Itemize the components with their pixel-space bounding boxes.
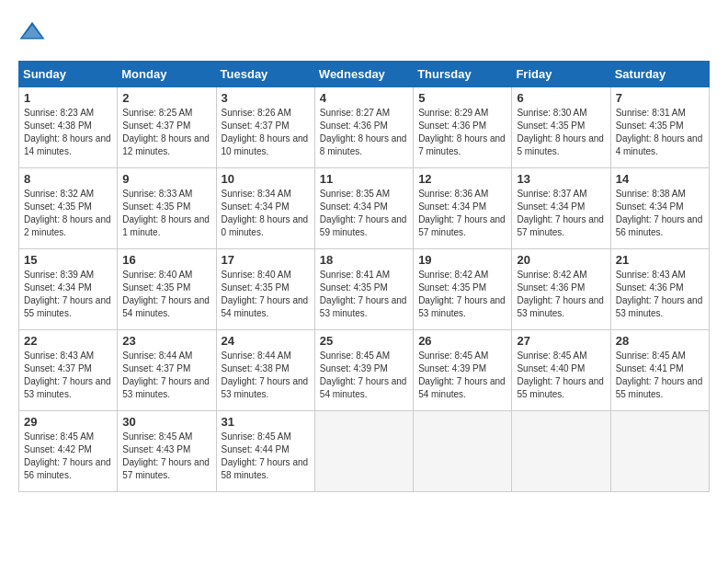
day-info: Sunrise: 8:29 AMSunset: 4:36 PMDaylight:… [418,107,506,158]
day-info: Sunrise: 8:36 AMSunset: 4:34 PMDaylight:… [418,188,506,239]
day-number: 10 [222,172,310,186]
day-info: Sunrise: 8:45 AMSunset: 4:39 PMDaylight:… [418,350,506,401]
day-number: 21 [616,253,704,267]
calendar-cell: 26Sunrise: 8:45 AMSunset: 4:39 PMDayligh… [414,330,512,411]
day-number: 19 [418,253,506,267]
day-number: 9 [122,172,210,186]
day-info: Sunrise: 8:34 AMSunset: 4:34 PMDaylight:… [222,188,310,239]
calendar-cell: 21Sunrise: 8:43 AMSunset: 4:36 PMDayligh… [610,249,709,330]
day-number: 31 [222,415,310,429]
col-header-sunday: Sunday [19,62,118,87]
day-info: Sunrise: 8:31 AMSunset: 4:35 PMDaylight:… [616,107,704,158]
logo-icon [18,18,46,46]
day-info: Sunrise: 8:43 AMSunset: 4:37 PMDaylight:… [24,350,112,401]
calendar-cell: 15Sunrise: 8:39 AMSunset: 4:34 PMDayligh… [19,249,118,330]
calendar-table: SundayMondayTuesdayWednesdayThursdayFrid… [18,61,710,492]
calendar-cell: 28Sunrise: 8:45 AMSunset: 4:41 PMDayligh… [610,330,709,411]
calendar-header-row: SundayMondayTuesdayWednesdayThursdayFrid… [19,62,710,87]
calendar-cell: 8Sunrise: 8:32 AMSunset: 4:35 PMDaylight… [19,168,118,249]
calendar-cell: 19Sunrise: 8:42 AMSunset: 4:35 PMDayligh… [414,249,512,330]
day-info: Sunrise: 8:35 AMSunset: 4:34 PMDaylight:… [320,188,408,239]
day-number: 8 [24,172,112,186]
col-header-friday: Friday [512,62,610,87]
day-number: 30 [122,415,210,429]
calendar-cell [610,411,709,492]
day-info: Sunrise: 8:45 AMSunset: 4:43 PMDaylight:… [122,431,210,482]
calendar-cell: 22Sunrise: 8:43 AMSunset: 4:37 PMDayligh… [19,330,118,411]
calendar-cell: 16Sunrise: 8:40 AMSunset: 4:35 PMDayligh… [118,249,216,330]
day-number: 24 [222,334,310,348]
day-number: 17 [222,253,310,267]
day-info: Sunrise: 8:45 AMSunset: 4:40 PMDaylight:… [517,350,605,401]
day-info: Sunrise: 8:45 AMSunset: 4:39 PMDaylight:… [320,350,408,401]
day-info: Sunrise: 8:42 AMSunset: 4:36 PMDaylight:… [517,269,605,320]
calendar-cell: 2Sunrise: 8:25 AMSunset: 4:37 PMDaylight… [118,87,216,168]
day-number: 22 [24,334,112,348]
day-info: Sunrise: 8:40 AMSunset: 4:35 PMDaylight:… [222,269,310,320]
day-info: Sunrise: 8:45 AMSunset: 4:42 PMDaylight:… [24,431,112,482]
calendar-cell: 30Sunrise: 8:45 AMSunset: 4:43 PMDayligh… [118,411,216,492]
day-info: Sunrise: 8:45 AMSunset: 4:44 PMDaylight:… [222,431,310,482]
calendar-cell: 5Sunrise: 8:29 AMSunset: 4:36 PMDaylight… [414,87,512,168]
logo [18,18,50,46]
calendar-cell: 17Sunrise: 8:40 AMSunset: 4:35 PMDayligh… [216,249,314,330]
calendar-cell: 12Sunrise: 8:36 AMSunset: 4:34 PMDayligh… [414,168,512,249]
calendar-cell: 25Sunrise: 8:45 AMSunset: 4:39 PMDayligh… [314,330,413,411]
day-number: 27 [517,334,605,348]
day-number: 29 [24,415,112,429]
calendar-cell [314,411,413,492]
day-info: Sunrise: 8:25 AMSunset: 4:37 PMDaylight:… [122,107,210,158]
day-info: Sunrise: 8:39 AMSunset: 4:34 PMDaylight:… [24,269,112,320]
calendar-cell: 18Sunrise: 8:41 AMSunset: 4:35 PMDayligh… [314,249,413,330]
day-number: 15 [24,253,112,267]
col-header-saturday: Saturday [610,62,709,87]
col-header-thursday: Thursday [414,62,512,87]
day-number: 16 [122,253,210,267]
calendar-cell: 3Sunrise: 8:26 AMSunset: 4:37 PMDaylight… [216,87,314,168]
day-number: 4 [320,91,408,105]
day-number: 11 [320,172,408,186]
calendar-cell [414,411,512,492]
day-info: Sunrise: 8:40 AMSunset: 4:35 PMDaylight:… [122,269,210,320]
calendar-cell: 23Sunrise: 8:44 AMSunset: 4:37 PMDayligh… [118,330,216,411]
day-number: 7 [616,91,704,105]
day-info: Sunrise: 8:26 AMSunset: 4:37 PMDaylight:… [222,107,310,158]
day-info: Sunrise: 8:41 AMSunset: 4:35 PMDaylight:… [320,269,408,320]
day-number: 1 [24,91,112,105]
calendar-cell: 9Sunrise: 8:33 AMSunset: 4:35 PMDaylight… [118,168,216,249]
col-header-tuesday: Tuesday [216,62,314,87]
day-info: Sunrise: 8:43 AMSunset: 4:36 PMDaylight:… [616,269,704,320]
day-info: Sunrise: 8:42 AMSunset: 4:35 PMDaylight:… [418,269,506,320]
day-info: Sunrise: 8:38 AMSunset: 4:34 PMDaylight:… [616,188,704,239]
col-header-wednesday: Wednesday [314,62,413,87]
day-info: Sunrise: 8:27 AMSunset: 4:36 PMDaylight:… [320,107,408,158]
calendar-cell: 20Sunrise: 8:42 AMSunset: 4:36 PMDayligh… [512,249,610,330]
day-info: Sunrise: 8:23 AMSunset: 4:38 PMDaylight:… [24,107,112,158]
calendar-week-2: 8Sunrise: 8:32 AMSunset: 4:35 PMDaylight… [19,168,710,249]
day-number: 14 [616,172,704,186]
day-info: Sunrise: 8:32 AMSunset: 4:35 PMDaylight:… [24,188,112,239]
calendar-week-4: 22Sunrise: 8:43 AMSunset: 4:37 PMDayligh… [19,330,710,411]
day-number: 23 [122,334,210,348]
day-number: 5 [418,91,506,105]
day-info: Sunrise: 8:30 AMSunset: 4:35 PMDaylight:… [517,107,605,158]
day-number: 13 [517,172,605,186]
day-number: 25 [320,334,408,348]
day-number: 26 [418,334,506,348]
day-number: 20 [517,253,605,267]
day-info: Sunrise: 8:45 AMSunset: 4:41 PMDaylight:… [616,350,704,401]
day-info: Sunrise: 8:44 AMSunset: 4:37 PMDaylight:… [122,350,210,401]
calendar-cell: 11Sunrise: 8:35 AMSunset: 4:34 PMDayligh… [314,168,413,249]
calendar-cell: 7Sunrise: 8:31 AMSunset: 4:35 PMDaylight… [610,87,709,168]
col-header-monday: Monday [118,62,216,87]
day-number: 28 [616,334,704,348]
calendar-week-1: 1Sunrise: 8:23 AMSunset: 4:38 PMDaylight… [19,87,710,168]
day-info: Sunrise: 8:33 AMSunset: 4:35 PMDaylight:… [122,188,210,239]
day-info: Sunrise: 8:44 AMSunset: 4:38 PMDaylight:… [222,350,310,401]
calendar-cell: 24Sunrise: 8:44 AMSunset: 4:38 PMDayligh… [216,330,314,411]
calendar-cell: 13Sunrise: 8:37 AMSunset: 4:34 PMDayligh… [512,168,610,249]
calendar-cell: 29Sunrise: 8:45 AMSunset: 4:42 PMDayligh… [19,411,118,492]
page-header [18,18,710,46]
calendar-week-5: 29Sunrise: 8:45 AMSunset: 4:42 PMDayligh… [19,411,710,492]
calendar-cell: 4Sunrise: 8:27 AMSunset: 4:36 PMDaylight… [314,87,413,168]
